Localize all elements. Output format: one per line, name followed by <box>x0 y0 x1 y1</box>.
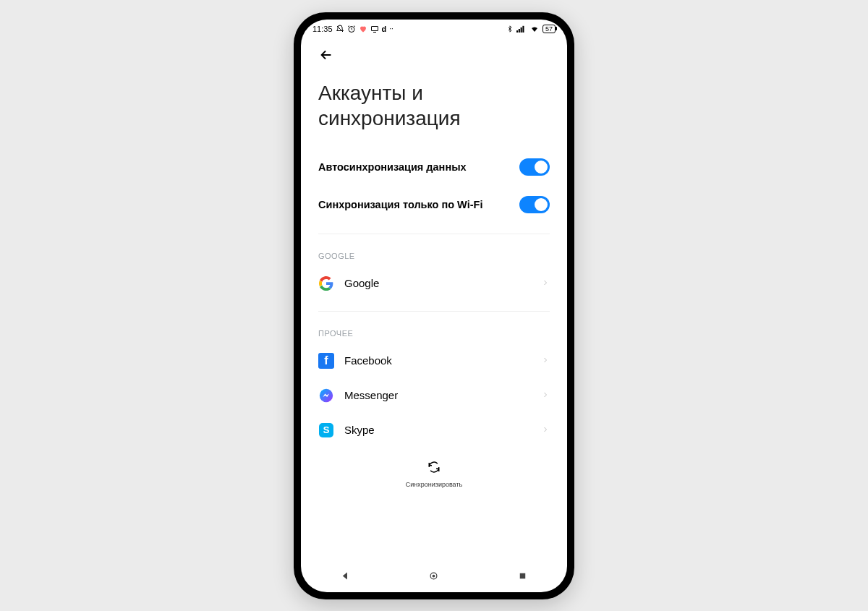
google-section-header: GOOGLE <box>318 242 550 266</box>
messenger-icon <box>318 388 334 403</box>
chevron-right-icon <box>541 424 550 437</box>
nav-recent-button[interactable] <box>517 571 528 584</box>
skype-account-label: Skype <box>344 424 531 436</box>
battery-level: 57 <box>545 25 553 33</box>
d-icon: d <box>382 25 387 33</box>
other-section-header: ПРОЧЕЕ <box>318 319 550 343</box>
sync-button[interactable]: Синхронизировать <box>318 448 550 495</box>
chevron-right-icon <box>541 354 550 367</box>
phone-frame: 11:35 d ·· <box>294 12 574 599</box>
signal-icon <box>516 25 527 33</box>
svg-rect-2 <box>516 30 518 33</box>
skype-account-row[interactable]: S Skype <box>318 413 550 448</box>
facebook-icon: f <box>318 353 334 369</box>
alarm-icon <box>347 25 356 33</box>
wifi-only-label: Синхронизация только по Wi-Fi <box>318 199 519 210</box>
wifi-only-toggle[interactable] <box>519 196 550 213</box>
sync-button-label: Синхронизировать <box>401 481 467 489</box>
google-account-label: Google <box>344 277 531 289</box>
messenger-account-row[interactable]: Messenger <box>318 378 550 413</box>
nav-bar <box>301 563 567 592</box>
svg-point-8 <box>433 575 435 578</box>
status-bar: 11:35 d ·· <box>301 20 567 38</box>
wifi-icon <box>529 25 540 33</box>
svg-rect-4 <box>521 27 522 32</box>
messenger-account-label: Messenger <box>344 389 531 401</box>
facebook-account-label: Facebook <box>344 354 531 367</box>
autosync-label: Автосинхронизация данных <box>318 161 519 173</box>
svg-rect-9 <box>520 573 526 579</box>
back-button[interactable] <box>318 38 550 70</box>
nav-home-button[interactable] <box>428 571 439 584</box>
autosync-toggle[interactable] <box>519 158 550 176</box>
skype-icon: S <box>318 422 334 438</box>
facebook-account-row[interactable]: f Facebook <box>318 343 550 378</box>
sync-icon <box>427 461 441 474</box>
chevron-right-icon <box>541 389 550 402</box>
google-account-row[interactable]: Google <box>318 266 550 301</box>
phone-screen: 11:35 d ·· <box>301 20 567 592</box>
autosync-row[interactable]: Автосинхронизация данных <box>318 148 550 186</box>
chevron-right-icon <box>541 277 550 290</box>
cast-icon <box>370 25 379 33</box>
page-title: Аккаунты и синхронизация <box>318 70 550 148</box>
arrow-left-icon <box>318 47 334 63</box>
heart-icon <box>359 25 367 33</box>
dnd-icon <box>336 25 344 33</box>
status-right: 57 <box>506 25 556 33</box>
svg-rect-3 <box>519 29 520 33</box>
nav-back-button[interactable] <box>340 571 351 584</box>
svg-rect-5 <box>522 25 524 32</box>
more-icon: ·· <box>389 25 393 33</box>
divider <box>318 311 550 312</box>
content-area: Аккаунты и синхронизация Автосинхронизац… <box>301 38 567 563</box>
svg-rect-1 <box>371 26 378 30</box>
bluetooth-icon <box>506 25 514 33</box>
wifi-only-row[interactable]: Синхронизация только по Wi-Fi <box>318 186 550 223</box>
google-icon <box>318 275 334 291</box>
battery-icon: 57 <box>542 25 556 33</box>
divider <box>318 234 550 234</box>
status-time: 11:35 <box>312 25 333 33</box>
status-left: 11:35 d ·· <box>312 25 393 33</box>
